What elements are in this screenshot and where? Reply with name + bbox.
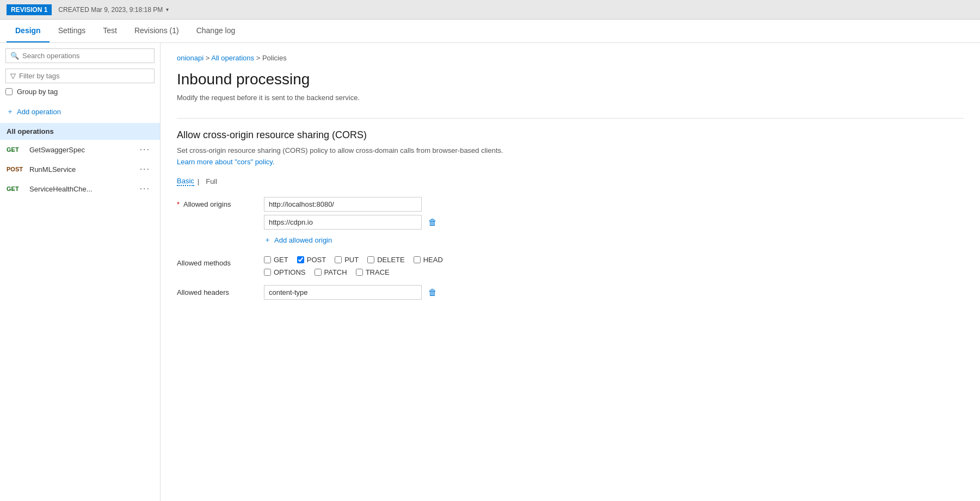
content-area: onionapi > All operations > Policies Inb… [161,43,980,501]
allowed-headers-label: Allowed headers [177,285,264,296]
allowed-methods-row: Allowed methods GET POST PUT [177,256,964,276]
method-trace: TRACE [356,268,390,276]
allowed-origins-label: * Allowed origins [177,197,264,208]
add-operation-label: Add operation [17,108,61,116]
allowed-origins-row: * Allowed origins 🗑 ＋ Add allowed origin [177,197,964,247]
search-input[interactable] [22,52,150,60]
main-layout: 🔍 ▽ Group by tag ＋ Add operation All ope… [0,43,980,501]
cors-learn-more-link[interactable]: Learn more about "cors" policy. [177,158,275,166]
method-get-label: GET [274,256,288,264]
operation-name: RunMLService [29,165,137,174]
all-operations-item[interactable]: All operations [0,123,160,140]
method-badge-post: POST [7,166,29,172]
tab-changelog[interactable]: Change log [188,20,244,42]
add-operation-button[interactable]: ＋ Add operation [0,102,160,121]
method-patch: PATCH [315,268,347,276]
header-input-1[interactable] [264,285,422,300]
breadcrumb: onionapi > All operations > Policies [177,54,964,62]
top-bar: REVISION 1 CREATED Mar 9, 2023, 9:18:18 … [0,0,980,20]
add-origin-button[interactable]: ＋ Add allowed origin [264,233,332,247]
operation-name: ServiceHealthChe... [29,185,137,193]
breadcrumb-api[interactable]: onionapi [177,54,204,62]
breadcrumb-section[interactable]: All operations [211,54,254,62]
list-item[interactable]: GET GetSwaggerSpec ··· [0,140,160,159]
origin-input-1[interactable] [264,197,422,212]
method-put-checkbox[interactable] [335,256,342,263]
operation-menu-dots[interactable]: ··· [137,144,153,155]
delete-header-button[interactable]: 🗑 [425,287,440,299]
method-post-label: POST [307,256,326,264]
view-separator: | [198,177,199,185]
method-post-checkbox[interactable] [297,256,304,263]
search-box[interactable]: 🔍 [5,48,155,63]
cors-section-title: Allow cross-origin resource sharing (COR… [177,129,964,141]
method-patch-label: PATCH [324,268,347,276]
view-basic-link[interactable]: Basic [177,177,194,186]
list-item[interactable]: GET ServiceHealthChe... ··· [0,179,160,199]
cors-section-desc: Set cross-origin resource sharing (CORS)… [177,146,964,154]
add-origin-label: Add allowed origin [274,236,332,244]
method-options-checkbox[interactable] [264,269,271,276]
origin-field-row: 🗑 [264,215,964,230]
tab-design[interactable]: Design [7,20,50,42]
allowed-origins-fields: 🗑 ＋ Add allowed origin [264,197,964,247]
required-star: * [177,200,180,208]
group-by-tag-label: Group by tag [17,88,58,96]
method-head-checkbox[interactable] [414,256,421,263]
revision-badge: REVISION 1 [7,4,52,15]
created-text: CREATED Mar 9, 2023, 9:18:18 PM [58,6,163,14]
tab-navigation: Design Settings Test Revisions (1) Chang… [0,20,980,43]
method-badge-get: GET [7,146,29,153]
methods-row-1: GET POST PUT DELETE [264,256,964,264]
filter-input[interactable] [19,72,150,80]
breadcrumb-sep1: > [206,54,212,62]
method-get: GET [264,256,288,264]
allowed-methods-fields: GET POST PUT DELETE [264,256,964,276]
method-put: PUT [335,256,359,264]
operation-menu-dots[interactable]: ··· [137,164,153,175]
all-operations-label: All operations [7,127,54,135]
search-icon: 🔍 [10,52,19,60]
breadcrumb-sep2: > [256,54,262,62]
method-options: OPTIONS [264,268,306,276]
method-trace-checkbox[interactable] [356,269,363,276]
allowed-headers-row: Allowed headers 🗑 [177,285,964,303]
method-put-label: PUT [344,256,359,264]
view-full-label: Full [206,177,217,185]
header-field-row: 🗑 [264,285,964,300]
dropdown-icon[interactable]: ▾ [166,7,169,13]
tab-revisions[interactable]: Revisions (1) [126,20,188,42]
page-subtitle: Modify the request before it is sent to … [177,94,964,102]
tab-settings[interactable]: Settings [50,20,95,42]
plus-icon: ＋ [264,235,271,245]
methods-row-2: OPTIONS PATCH TRACE [264,268,964,276]
page-title: Inbound processing [177,71,964,88]
allowed-methods-label: Allowed methods [177,256,264,267]
filter-icon: ▽ [10,72,16,80]
group-by-tag-checkbox[interactable] [5,88,13,95]
list-item[interactable]: POST RunMLService ··· [0,159,160,179]
method-delete-label: DELETE [377,256,405,264]
allowed-headers-fields: 🗑 [264,285,964,303]
operation-menu-dots[interactable]: ··· [137,183,153,194]
delete-origin-button[interactable]: 🗑 [425,217,440,228]
method-options-label: OPTIONS [274,268,306,276]
method-post: POST [297,256,326,264]
filter-box[interactable]: ▽ [5,69,155,83]
section-divider [177,118,964,119]
method-trace-label: TRACE [366,268,390,276]
method-head-label: HEAD [423,256,443,264]
method-delete-checkbox[interactable] [367,256,374,263]
method-delete: DELETE [367,256,405,264]
method-get-checkbox[interactable] [264,256,271,263]
method-patch-checkbox[interactable] [315,269,322,276]
view-toggle: Basic | Full [177,177,964,186]
operation-name: GetSwaggerSpec [29,146,137,154]
origin-input-2[interactable] [264,215,422,230]
method-badge-get: GET [7,185,29,192]
tab-test[interactable]: Test [94,20,126,42]
breadcrumb-page: Policies [262,54,287,62]
plus-icon: ＋ [7,107,14,116]
sidebar: 🔍 ▽ Group by tag ＋ Add operation All ope… [0,43,161,501]
group-by-tag-row: Group by tag [5,88,155,96]
